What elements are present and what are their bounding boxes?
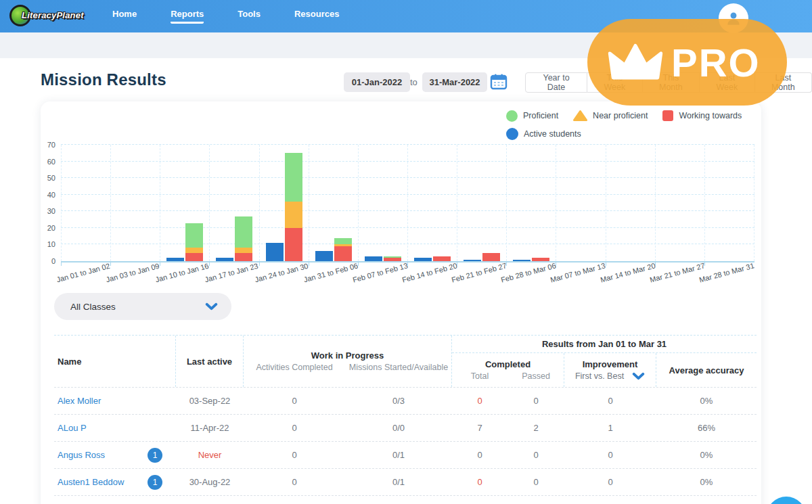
proficient-swatch-icon	[506, 110, 518, 122]
nav-item-tools[interactable]: Tools	[238, 9, 261, 24]
working-towards-segment	[384, 258, 401, 261]
chart-yaxis: 010203040506070	[41, 145, 61, 262]
table-row: Angus Ross1Never00/10000%	[54, 441, 757, 468]
col-header-first-vs-best: First vs. Best	[575, 371, 624, 381]
y-tick-label: 40	[47, 191, 55, 199]
chart-category: Jan 10 to Jan 16	[160, 145, 209, 261]
working-towards-swatch-icon	[662, 110, 673, 121]
near-proficient-segment	[235, 248, 252, 252]
proficient-segment	[235, 216, 252, 248]
y-tick-label: 30	[47, 207, 55, 215]
col-header-average-accuracy: Average accuracy	[656, 353, 757, 387]
student-name-cell: ALou P	[54, 423, 176, 433]
nav-item-resources[interactable]: Resources	[294, 9, 339, 24]
x-axis-label: Feb 28 to Mar 06	[500, 261, 557, 283]
chart-category: Jan 24 to Jan 30	[259, 145, 309, 261]
chart-category: Feb 21 to Feb 27	[457, 145, 506, 261]
improvement-sort-chevron-icon[interactable]	[632, 372, 645, 380]
passed-cell: 0	[508, 477, 564, 487]
working-towards-segment	[235, 253, 252, 261]
results-stacked-bar	[433, 256, 451, 261]
average-accuracy-cell: 0%	[656, 396, 757, 406]
chart-category: Mar 14 to Mar 20	[606, 145, 655, 261]
pro-badge: PRO	[587, 19, 787, 106]
literacyplanet-logo[interactable]: LiteracyPlanet	[9, 4, 91, 28]
nav-item-reports[interactable]: Reports	[171, 9, 204, 24]
active-students-bar	[166, 258, 184, 261]
col-header-missions: Missions Started/Available	[345, 363, 452, 372]
chart-category: Mar 28 to Mar 31	[704, 145, 754, 261]
near-proficient-triangle-icon	[573, 110, 587, 122]
results-stacked-bar	[532, 258, 549, 261]
col-group-work-in-progress: Work in Progress Activities Completed Mi…	[244, 336, 452, 387]
results-table: Name Last active Work in Progress Activi…	[54, 335, 757, 504]
x-axis-label: Mar 21 to Mar 27	[649, 261, 706, 283]
last-active-cell: 30-Aug-22	[176, 477, 244, 487]
table-body: Alex Moller03-Sep-2200/30000%ALou P11-Ap…	[54, 387, 757, 495]
total-cell: 0	[452, 450, 508, 460]
y-tick-label: 70	[47, 141, 55, 149]
class-count-badge: 1	[148, 475, 162, 490]
missions-cell: 0/3	[345, 396, 452, 406]
working-towards-segment	[285, 228, 302, 261]
results-stacked-bar	[482, 253, 500, 261]
chart-category: Jan 01 to Jan 02	[61, 145, 110, 261]
near-proficient-segment	[185, 248, 203, 252]
passed-cell: 0	[508, 396, 564, 406]
legend-item-active-students: Active students	[506, 128, 581, 140]
working-towards-segment	[185, 253, 203, 261]
student-name-cell: Alex Moller	[54, 396, 176, 406]
missions-cell: 0/0	[345, 423, 452, 433]
student-name-link[interactable]: Alex Moller	[58, 396, 101, 406]
chart-category: Feb 14 to Feb 20	[407, 145, 457, 261]
missions-cell: 0/1	[345, 477, 452, 487]
calendar-icon[interactable]	[490, 73, 508, 91]
col-header-total: Total	[452, 371, 508, 381]
chart-category: Jan 03 to Jan 09	[110, 145, 160, 261]
proficient-segment	[285, 153, 302, 201]
chart-category: Jan 17 to Jan 23	[209, 145, 258, 261]
crown-icon	[608, 41, 663, 83]
total-cell: 0	[452, 396, 508, 406]
improvement-cell: 0	[564, 477, 656, 487]
average-accuracy-cell: 0%	[656, 477, 757, 487]
student-name-link[interactable]: Angus Ross	[58, 450, 105, 460]
proficient-segment	[334, 238, 352, 245]
y-tick-label: 0	[51, 257, 55, 265]
y-tick-label: 60	[47, 158, 55, 166]
y-tick-label: 10	[47, 240, 55, 248]
chevron-down-icon	[205, 302, 218, 311]
x-axis-label: Feb 21 to Feb 27	[451, 261, 508, 283]
student-name-cell: Angus Ross1	[54, 448, 176, 463]
near-proficient-segment	[285, 202, 302, 228]
col-header-name: Name	[54, 336, 176, 387]
student-name-link[interactable]: ALou P	[58, 423, 87, 433]
x-axis-label: Jan 31 to Feb 06	[302, 262, 359, 284]
x-axis-label: Jan 10 to Jan 16	[154, 262, 210, 284]
quick-filter-year-to-date[interactable]: Year to Date	[525, 72, 587, 93]
chart-category: Feb 07 to Feb 13	[358, 145, 407, 261]
nav-items: HomeReportsToolsResources	[112, 0, 339, 32]
mission-results-chart: 010203040506070 Jan 01 to Jan 02Jan 03 t…	[41, 145, 754, 262]
last-active-cell: 03-Sep-22	[176, 396, 244, 406]
date-from-input[interactable]: 01-Jan-2022	[344, 72, 410, 92]
activities-completed-cell: 0	[244, 477, 345, 487]
activities-completed-cell: 0	[244, 396, 345, 406]
nav-item-home[interactable]: Home	[112, 9, 137, 24]
x-axis-label: Feb 07 to Feb 13	[352, 261, 409, 283]
results-stacked-bar	[334, 238, 352, 261]
class-filter-dropdown[interactable]: All Classes	[54, 293, 231, 320]
table-row: ALou P11-Apr-2200/072166%	[54, 414, 757, 441]
last-active-cell: 11-Apr-22	[176, 423, 244, 433]
x-axis-label: Jan 03 to Jan 09	[105, 262, 160, 284]
results-stacked-bar	[384, 256, 401, 261]
active-students-bar	[513, 260, 531, 261]
table-row: Austen1 Beddow130-Aug-2200/10000%	[54, 468, 757, 495]
results-stacked-bar	[185, 223, 203, 261]
chart-category: Mar 21 to Mar 27	[655, 145, 704, 261]
student-name-link[interactable]: Austen1 Beddow	[58, 477, 124, 487]
y-tick-label: 20	[47, 224, 55, 232]
chat-widget-button[interactable]	[767, 497, 806, 504]
student-name-cell: Austen1 Beddow1	[54, 475, 176, 490]
date-to-input[interactable]: 31-Mar-2022	[422, 72, 487, 92]
